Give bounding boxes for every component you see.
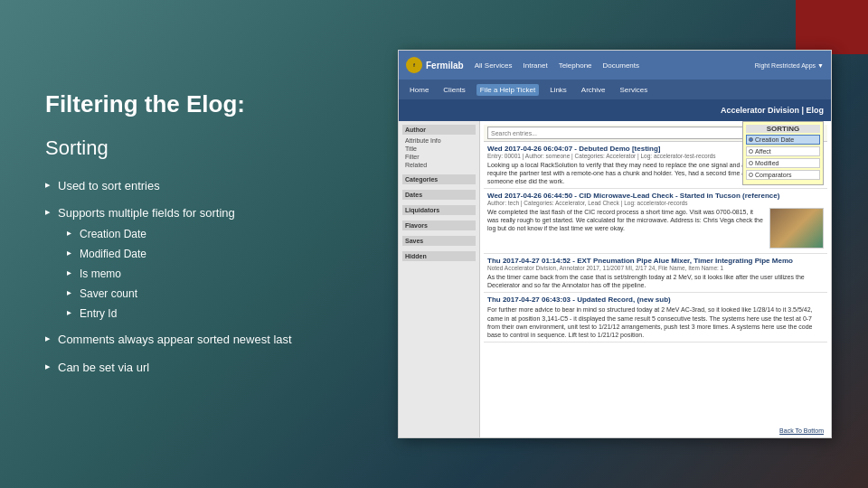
sub-list-item: Modified Date [67, 247, 344, 262]
sidebar-label-author: Author [402, 125, 476, 135]
main-title: Filtering the Elog: [45, 90, 344, 118]
sorting-dot-2 [749, 149, 753, 154]
sub-list-item: Entry Id [67, 306, 344, 322]
sidebar-item-related[interactable]: Related [402, 161, 476, 169]
slide: Filtering the Elog: Sorting Used to sort… [0, 0, 868, 488]
sorting-field-comparators[interactable]: Comparators [746, 170, 820, 180]
sub-list-item: Saver count [67, 286, 344, 302]
nav2-services[interactable]: Services [617, 84, 652, 96]
entry-2-header[interactable]: Wed 2017-04-26 06:44:50 - CID Microwave-… [487, 192, 824, 200]
sorting-dot-1 [749, 137, 753, 142]
sub-list-item: Is memo [67, 267, 344, 282]
entry-3-header[interactable]: Thu 2017-04-27 01:14:52 - EXT Pneumation… [487, 257, 824, 265]
entry-2-body: We completed the last flash of the CIC r… [487, 208, 766, 250]
sorting-field-modified[interactable]: Modified [746, 158, 820, 168]
fermilab-header: f Fermilab All Services Intranet Telepho… [399, 51, 831, 80]
sidebar-section-saves: Saves [402, 236, 476, 246]
nav2-clients[interactable]: Clients [439, 84, 468, 96]
entry-3-meta: Noted Accelerator Division, Annotator 20… [487, 265, 824, 271]
sidebar-section-dates: Dates [402, 190, 476, 200]
entry-3: Thu 2017-04-27 01:14:52 - EXT Pneumation… [484, 254, 827, 293]
sorting-field-creation-date[interactable]: Creation Date [746, 135, 820, 145]
nav2-archive[interactable]: Archive [578, 84, 609, 96]
entry-3-body: As the timer came back from the case tha… [487, 273, 824, 289]
sidebar-section-categories: Categories [402, 174, 476, 184]
entry-4-header[interactable]: Thu 2017-04-27 06:43:03 - Updated Record… [487, 296, 824, 304]
sidebar-label-saves: Saves [402, 236, 476, 246]
sidebar-item-attribute[interactable]: Attribute Info [402, 136, 476, 145]
sidebar-section-flavors: Flavors [402, 221, 476, 230]
sorting-field-label-3: Modified [755, 160, 778, 166]
top-nav: All Services Intranet Telephone Document… [471, 60, 643, 71]
entry-2-content: We completed the last flash of the CIC r… [487, 206, 824, 250]
fermilab-logo-circle: f [406, 57, 422, 73]
sub-list-item: Creation Date [67, 227, 344, 242]
sidebar-label-liquidators: Liquidators [402, 205, 476, 215]
sidebar-label-categories: Categories [402, 174, 476, 184]
sidebar-section-liquidators: Liquidators [402, 205, 476, 215]
list-item: Can be set via url [45, 360, 344, 376]
nav-item-intranet[interactable]: Intranet [519, 60, 551, 71]
fermilab-logo: f Fermilab [406, 57, 464, 73]
screenshot-container: f Fermilab All Services Intranet Telepho… [398, 50, 832, 438]
sidebar-item-filter[interactable]: Filter [402, 153, 476, 161]
top-right-nav: Right Restricted Apps ▼ [755, 62, 824, 69]
entry-4: Thu 2017-04-27 06:43:03 - Updated Record… [484, 293, 827, 342]
sorting-box-title: SORTING [746, 125, 820, 133]
elog-title-bar: Accelerator Division | Elog [399, 99, 831, 121]
sorting-dot-3 [749, 161, 753, 165]
fermilab-logo-text: Fermilab [426, 61, 464, 70]
list-item: Supports multiple fields for sorting Cre… [45, 205, 344, 321]
sidebar-item-title[interactable]: Title [402, 145, 476, 153]
entry-2-meta: Author: tech | Categories: Accelerator, … [487, 200, 824, 206]
nav2-filehelp[interactable]: File a Help Ticket [476, 84, 539, 96]
bullet-list: Used to sort entries Supports multiple f… [45, 178, 344, 387]
sorting-field-label-1: Creation Date [755, 136, 794, 143]
entry-2-image [769, 208, 824, 249]
sidebar-label-hidden: Hidden [402, 251, 476, 261]
left-panel: Filtering the Elog: Sorting Used to sort… [0, 0, 380, 488]
nav2-home[interactable]: Home [406, 84, 432, 96]
sorting-field-affect[interactable]: Affect [746, 146, 820, 156]
sorting-field-label-2: Affect [755, 148, 771, 155]
nav-item-documents[interactable]: Documents [599, 60, 643, 71]
entry-2: Wed 2017-04-26 06:44:50 - CID Microwave-… [484, 189, 827, 254]
elog-division-title: Accelerator Division | Elog [721, 106, 824, 115]
sidebar-label-dates: Dates [402, 190, 476, 200]
sorting-field-label-4: Comparators [755, 172, 791, 178]
sidebar-section-hidden: Hidden [402, 251, 476, 261]
list-item: Comments always appear sorted newest las… [45, 332, 344, 348]
login-text: Right Restricted Apps ▼ [755, 62, 824, 69]
back-to-bottom-button[interactable]: Back To Bottom [779, 427, 824, 434]
nav2-links[interactable]: Links [546, 84, 571, 96]
elog-sidebar: Author Attribute Info Title Filter Relat… [399, 121, 480, 437]
nav-item-allservices[interactable]: All Services [471, 60, 516, 71]
list-item: Used to sort entries [45, 178, 344, 194]
sidebar-section-author: Author Attribute Info Title Filter Relat… [402, 125, 476, 169]
right-panel: f Fermilab All Services Intranet Telepho… [380, 0, 868, 488]
sorting-dot-4 [749, 173, 753, 177]
sidebar-label-flavors: Flavors [402, 221, 476, 230]
sub-bullet-list: Creation Date Modified Date Is memo Save… [67, 227, 344, 321]
second-nav: Home Clients File a Help Ticket Links Ar… [399, 80, 831, 99]
entry-4-body: For further more advice to bear in mind … [487, 305, 824, 338]
sorting-box: SORTING Creation Date Affect Modified [742, 121, 824, 185]
section-title: Sorting [45, 136, 344, 160]
elog-main-content: Author Attribute Info Title Filter Relat… [399, 121, 831, 437]
nav-item-telephone[interactable]: Telephone [555, 60, 596, 71]
